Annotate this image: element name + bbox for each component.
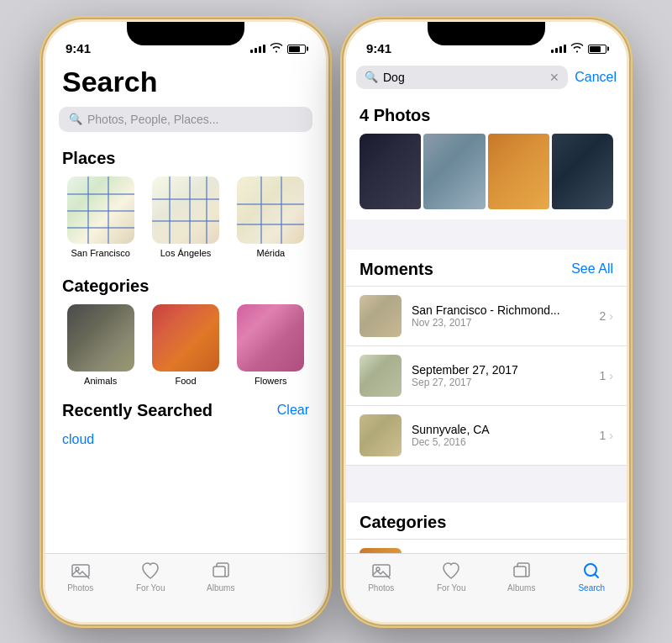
tab-label-albums-2: Albums	[507, 583, 535, 593]
svg-rect-0	[72, 565, 89, 577]
albums-tab-icon	[211, 561, 231, 581]
tab-bar-1: Photos For You Album	[45, 553, 326, 622]
place-item-la[interactable]: Los Ángeles	[147, 177, 223, 258]
moment-row-3[interactable]: Sunnyvale, CA Dec 5, 2016 1 ›	[346, 406, 627, 466]
tab-label-search-2: Search	[578, 583, 605, 593]
svg-rect-2	[213, 567, 225, 577]
recent-search-cloud[interactable]: cloud	[45, 429, 326, 451]
chevron-icon-1: ›	[609, 309, 613, 323]
moment-count-1: 2 ›	[600, 309, 613, 323]
tab-foryou-1[interactable]: For You	[116, 561, 186, 593]
category-thumb-animals	[67, 304, 134, 372]
category-name-flowers: Flowers	[255, 376, 287, 386]
moment-thumb-1	[360, 295, 402, 337]
tab-label-foryou-2: For You	[437, 583, 465, 593]
moment-date-1: Nov 23, 2017	[412, 317, 590, 329]
tab-label-photos-1: Photos	[67, 583, 93, 593]
category-name-food: Food	[175, 376, 196, 386]
tab-foryou-2[interactable]: For You	[417, 561, 487, 593]
signal-icon	[250, 45, 265, 53]
categories-results-title: Categories	[360, 513, 446, 531]
search-placeholder: Photos, People, Places...	[87, 113, 218, 126]
category-dog-row[interactable]: Dog 4 ›	[346, 540, 627, 553]
moment-info-1: San Francisco - Richmond... Nov 23, 2017	[412, 303, 590, 329]
categories-section-title: Categories	[45, 270, 326, 304]
search-icon: 🔍	[69, 113, 82, 125]
category-thumb-flowers	[237, 304, 304, 372]
recently-title: Recently Searched	[62, 401, 213, 420]
places-grid: San Francisco Los Ángeles	[45, 177, 326, 270]
results-content: 4 Photos	[346, 96, 627, 553]
moment-location-1: San Francisco - Richmond...	[412, 303, 590, 317]
search-query-text: Dog	[383, 71, 405, 84]
chevron-icon-3: ›	[609, 429, 613, 442]
moment-count-2: 1 ›	[600, 369, 613, 382]
tab-albums-1[interactable]: Albums	[186, 561, 256, 593]
place-item-merida[interactable]: Mérida	[233, 177, 309, 258]
notch-2	[428, 22, 545, 45]
moment-info-2: September 27, 2017 Sep 27, 2017	[412, 363, 590, 388]
moment-thumb-2	[360, 355, 402, 397]
signal-icon-2	[551, 45, 566, 53]
status-time-1: 9:41	[66, 41, 91, 55]
categories-results-section: Categories Dog 4 ›	[346, 503, 627, 553]
photo-thumb-2[interactable]	[423, 134, 485, 209]
search-icon-2: 🔍	[365, 71, 378, 83]
notch	[127, 22, 244, 45]
place-name-sf: San Francisco	[71, 248, 130, 258]
foryou-tab-icon-2	[441, 561, 461, 581]
photos-strip	[360, 134, 613, 209]
photo-thumb-1[interactable]	[360, 134, 421, 209]
phones-container: 9:41	[26, 3, 646, 641]
map-sf	[67, 177, 134, 244]
tab-label-photos-2: Photos	[368, 583, 394, 593]
albums-tab-icon-2	[512, 561, 532, 581]
place-name-merida: Mérida	[257, 248, 286, 258]
phone2: 9:41	[344, 19, 629, 625]
clear-query-icon[interactable]: ✕	[549, 71, 559, 84]
categories-grid: Animals Food Flowers	[45, 304, 326, 398]
chevron-icon-2: ›	[609, 369, 613, 382]
results-screen: 🔍 Dog ✕ Cancel 4 Photos	[346, 59, 627, 622]
moment-date-2: Sep 27, 2017	[412, 377, 590, 388]
moment-row-1[interactable]: San Francisco - Richmond... Nov 23, 2017…	[346, 287, 627, 346]
place-item-sf[interactable]: San Francisco	[62, 177, 139, 258]
tab-label-foryou-1: For You	[136, 583, 165, 593]
photos-count-title: 4 Photos	[360, 106, 613, 125]
category-food[interactable]: Food	[147, 304, 223, 386]
tab-photos-2[interactable]: Photos	[346, 561, 417, 593]
category-flowers[interactable]: Flowers	[233, 304, 309, 386]
foryou-tab-icon	[140, 561, 160, 581]
svg-rect-4	[373, 565, 390, 577]
moment-thumb-3	[360, 414, 402, 456]
moments-title: Moments	[360, 260, 433, 279]
moment-location-3: Sunnyvale, CA	[412, 423, 590, 436]
tab-albums-2[interactable]: Albums	[486, 561, 557, 593]
tab-photos-1[interactable]: Photos	[45, 561, 116, 593]
search-input-with-query[interactable]: 🔍 Dog ✕	[356, 66, 568, 89]
tab-search-2[interactable]: Search	[557, 561, 627, 593]
moment-date-3: Dec 5, 2016	[412, 436, 590, 448]
search-screen: Search 🔍 Photos, People, Places... Place…	[45, 59, 326, 553]
moment-row-2[interactable]: September 27, 2017 Sep 27, 2017 1 ›	[346, 346, 627, 406]
status-icons-2	[551, 43, 606, 55]
battery-icon	[287, 45, 306, 54]
clear-button[interactable]: Clear	[277, 403, 309, 418]
search-bar[interactable]: 🔍 Photos, People, Places...	[59, 107, 312, 132]
wifi-icon	[270, 43, 283, 55]
photo-thumb-4[interactable]	[552, 134, 613, 209]
search-tab-icon-2	[581, 561, 601, 581]
see-all-button[interactable]: See All	[571, 261, 613, 277]
place-name-la: Los Ángeles	[160, 248, 212, 258]
moment-location-2: September 27, 2017	[412, 363, 590, 377]
photos-tab-icon-2	[371, 561, 391, 581]
category-name-animals: Animals	[84, 376, 117, 386]
photo-thumb-3[interactable]	[488, 134, 549, 209]
category-animals[interactable]: Animals	[62, 304, 139, 386]
map-merida	[237, 177, 304, 244]
battery-icon-2	[588, 45, 606, 54]
moments-section: Moments See All San Francisco - Richmond…	[346, 250, 627, 466]
categories-results-header: Categories	[346, 503, 627, 540]
cancel-button-2[interactable]: Cancel	[575, 70, 617, 85]
section-separator-1	[346, 219, 627, 250]
